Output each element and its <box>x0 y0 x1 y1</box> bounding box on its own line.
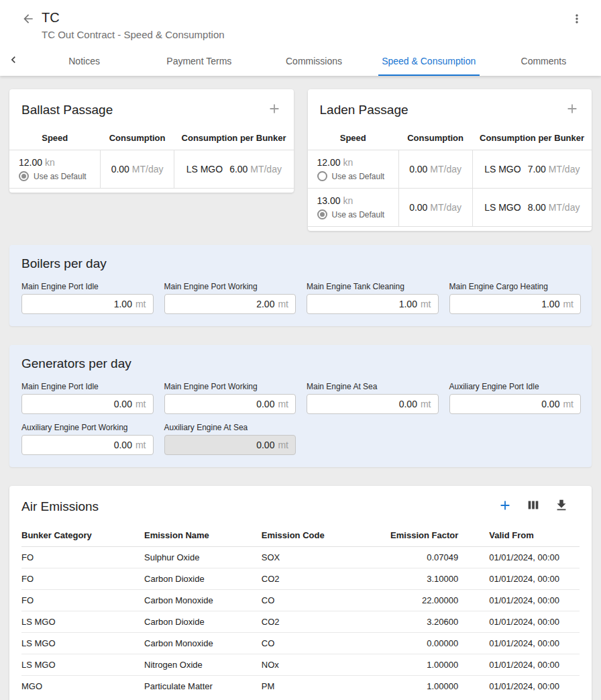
field-unit: mt <box>135 440 146 450</box>
emission-factor-cell[interactable]: 0.00000 <box>373 633 462 654</box>
tab-notices[interactable]: Notices <box>27 46 142 76</box>
generators-auxiliary-engine-port-working-input[interactable]: 0.00 mt <box>21 435 154 455</box>
tab-comments[interactable]: Comments <box>486 46 601 76</box>
valid-from-cell[interactable]: 01/01/2024, 00:00 <box>462 654 580 676</box>
air-emissions-table: Bunker Category Emission Name Emission C… <box>21 524 580 697</box>
valid-from-cell[interactable]: 01/01/2024, 00:00 <box>462 590 580 611</box>
generators-main-engine-port-working-field: Main Engine Port Working 0.00 mt <box>164 382 296 414</box>
consumption-cell[interactable]: 0.00 MT/day <box>398 189 472 227</box>
add-laden-passage-button[interactable] <box>563 100 581 119</box>
speed-unit: kn <box>343 195 353 206</box>
generators-main-engine-port-working-input[interactable]: 0.00 mt <box>164 394 296 414</box>
consumption-unit: MT/day <box>430 164 461 174</box>
emission-code-cell[interactable]: CO2 <box>262 568 373 590</box>
generators-title: Generators per day <box>21 356 581 371</box>
bunker-category-cell[interactable]: FO <box>21 547 144 568</box>
bunker-category-cell[interactable]: FO <box>21 568 144 590</box>
column-header-valid-from: Valid From <box>462 524 580 547</box>
tab-commissions[interactable]: Commissions <box>256 46 371 76</box>
emission-code-cell[interactable]: PM <box>262 676 373 697</box>
generators-auxiliary-engine-port-working-field: Auxiliary Engine Port Working 0.00 mt <box>21 423 154 455</box>
emission-factor-cell[interactable]: 22.00000 <box>373 590 462 611</box>
emission-factor-cell[interactable]: 3.20600 <box>373 611 462 633</box>
plus-icon <box>267 101 282 118</box>
generators-auxiliary-engine-port-idle-input[interactable]: 0.00 mt <box>449 394 582 414</box>
column-header-speed: Speed <box>308 128 399 150</box>
consumption-per-bunker-cell[interactable]: LS MGO7.00 MT/day <box>472 150 592 189</box>
emission-factor-cell[interactable]: 1.00000 <box>373 654 462 676</box>
consumption-per-bunker-cell[interactable]: LS MGO6.00 MT/day <box>174 150 294 189</box>
boilers-main-engine-port-working-input[interactable]: 2.00 mt <box>164 294 296 314</box>
speed-cell[interactable]: 12.00 kn Use as Default <box>9 150 101 189</box>
emission-name-cell[interactable]: Carbon Dioxide <box>144 611 262 633</box>
boilers-main-engine-port-idle-input[interactable]: 1.00 mt <box>21 294 154 314</box>
column-settings-button[interactable] <box>525 497 542 516</box>
chevron-left-icon <box>7 53 20 68</box>
field-label: Main Engine Cargo Heating <box>449 282 582 291</box>
bunker-category-cell[interactable]: FO <box>21 590 144 611</box>
emission-name-cell[interactable]: Nitrogen Oxide <box>144 654 262 676</box>
tab-speed-consumption[interactable]: Speed & Consumption <box>372 46 486 76</box>
consumption-per-bunker-cell[interactable]: LS MGO8.00 MT/day <box>472 189 592 227</box>
bunker-category-cell[interactable]: LS MGO <box>21 611 144 633</box>
emission-code-cell[interactable]: NOx <box>262 654 373 676</box>
boilers-main-engine-tank-cleaning-input[interactable]: 1.00 mt <box>307 294 439 314</box>
emission-row[interactable]: LS MGO Carbon Monoxide CO 0.00000 01/01/… <box>21 633 580 654</box>
valid-from-cell[interactable]: 01/01/2024, 00:00 <box>462 676 580 697</box>
field-unit: mt <box>421 299 431 309</box>
emission-row[interactable]: FO Carbon Monoxide CO 22.00000 01/01/202… <box>21 590 580 611</box>
add-ballast-passage-button[interactable] <box>266 100 283 119</box>
add-emission-button[interactable] <box>496 497 514 516</box>
emission-code-cell[interactable]: SOX <box>262 547 373 568</box>
emission-factor-cell[interactable]: 3.10000 <box>373 568 462 590</box>
emission-code-cell[interactable]: CO2 <box>262 611 373 633</box>
generators-main-engine-port-idle-input[interactable]: 0.00 mt <box>21 394 154 414</box>
emission-name-cell[interactable]: Carbon Monoxide <box>144 633 262 654</box>
generators-main-engine-at-sea-input[interactable]: 0.00 mt <box>307 394 439 414</box>
field-value: 0.00 <box>256 399 274 409</box>
valid-from-cell[interactable]: 01/01/2024, 00:00 <box>462 568 580 590</box>
back-button[interactable] <box>20 11 36 29</box>
laden-passage-row: 12.00 kn Use as Default 0.00 MT/day <box>308 150 592 189</box>
use-as-default-option[interactable]: Use as Default <box>317 171 392 181</box>
tab-payment-terms[interactable]: Payment Terms <box>142 46 256 76</box>
emission-row[interactable]: LS MGO Nitrogen Oxide NOx 1.00000 01/01/… <box>21 654 580 676</box>
bunker-category-cell[interactable]: MGO <box>21 676 144 697</box>
emission-name-cell[interactable]: Particulate Matter <box>144 676 262 697</box>
emission-name-cell[interactable]: Carbon Dioxide <box>144 568 262 590</box>
emission-row[interactable]: MGO Particulate Matter PM 1.00000 01/01/… <box>21 676 580 697</box>
column-header-consumption: Consumption <box>101 128 174 150</box>
bunker-category-cell[interactable]: LS MGO <box>21 633 144 654</box>
use-as-default-option[interactable]: Use as Default <box>317 209 392 219</box>
ballast-passage-row: 12.00 kn Use as Default 0.00 MT/day <box>9 150 294 189</box>
use-as-default-option[interactable]: Use as Default <box>19 171 93 181</box>
bunker-category-cell[interactable]: LS MGO <box>21 654 144 676</box>
emission-code-cell[interactable]: CO <box>262 590 373 611</box>
speed-cell[interactable]: 13.00 kn Use as Default <box>308 189 399 227</box>
emission-factor-cell[interactable]: 1.00000 <box>373 676 462 697</box>
emission-code-cell[interactable]: CO <box>262 633 373 654</box>
tabs-scroll-left-button[interactable] <box>0 46 27 76</box>
emission-row[interactable]: FO Sulphur Oxide SOX 0.07049 01/01/2024,… <box>21 547 580 568</box>
consumption-cell[interactable]: 0.00 MT/day <box>398 150 472 189</box>
speed-cell[interactable]: 12.00 kn Use as Default <box>308 150 399 189</box>
valid-from-cell[interactable]: 01/01/2024, 00:00 <box>462 611 580 633</box>
boilers-main-engine-port-idle-field: Main Engine Port Idle 1.00 mt <box>21 282 154 314</box>
boilers-main-engine-cargo-heating-input[interactable]: 1.00 mt <box>449 294 582 314</box>
valid-from-cell[interactable]: 01/01/2024, 00:00 <box>462 547 580 568</box>
download-button[interactable] <box>553 497 570 516</box>
emission-row[interactable]: FO Carbon Dioxide CO2 3.10000 01/01/2024… <box>21 568 580 590</box>
more-options-button[interactable] <box>569 11 585 29</box>
field-value: 0.00 <box>399 399 417 409</box>
consumption-cell[interactable]: 0.00 MT/day <box>101 150 174 189</box>
field-value: 0.00 <box>114 399 132 409</box>
emission-factor-cell[interactable]: 0.07049 <box>373 547 462 568</box>
column-header-consumption-per-bunker: Consumption per Bunker <box>174 128 294 150</box>
emission-row[interactable]: LS MGO Carbon Dioxide CO2 3.20600 01/01/… <box>21 611 580 633</box>
valid-from-cell[interactable]: 01/01/2024, 00:00 <box>462 633 580 654</box>
emission-name-cell[interactable]: Sulphur Oxide <box>144 547 262 568</box>
field-value: 0.00 <box>256 440 274 450</box>
emission-name-cell[interactable]: Carbon Monoxide <box>144 590 262 611</box>
boilers-main-engine-port-working-field: Main Engine Port Working 2.00 mt <box>164 282 296 314</box>
air-emissions-title: Air Emissions <box>21 499 99 514</box>
